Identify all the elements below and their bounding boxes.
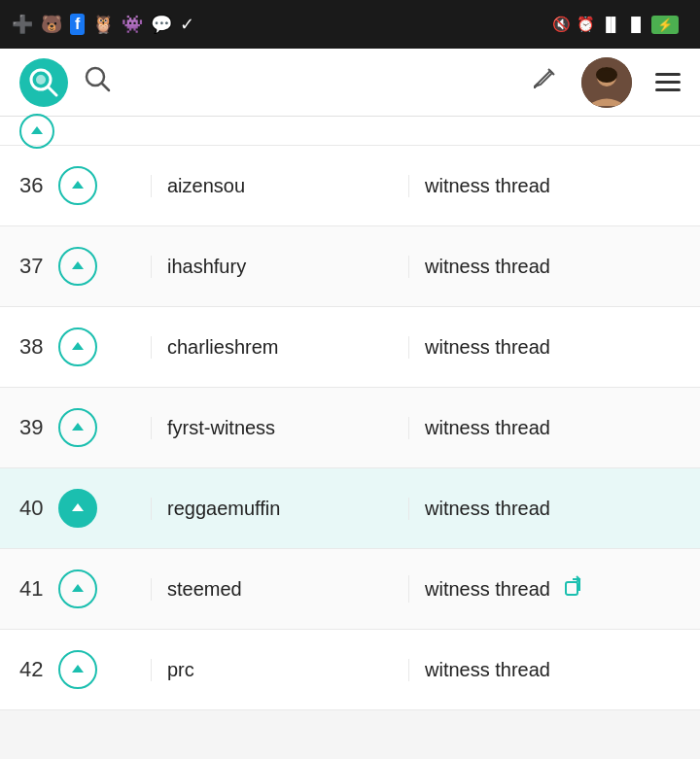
witness-name[interactable]: prc — [151, 659, 408, 681]
rank-number: 36 — [19, 173, 47, 198]
table-row: 38 charlieshremwitness thread — [0, 307, 700, 388]
messenger-icon: 💬 — [151, 14, 172, 35]
thread-cell: witness thread — [408, 659, 700, 681]
signal-icon-1: ▐▌ — [601, 17, 620, 32]
share-icon[interactable] — [564, 575, 585, 603]
thread-cell: witness thread — [408, 417, 700, 439]
rank-cell: 40 — [0, 489, 151, 528]
upvote-button[interactable] — [58, 166, 97, 205]
thread-label: witness thread — [425, 256, 550, 278]
status-right: 🔇 ⏰ ▐▌ ▐▌ ⚡ — [552, 16, 688, 34]
alarm-icon: ⏰ — [577, 16, 595, 33]
check-icon: ✓ — [180, 14, 194, 35]
upvote-button[interactable] — [58, 489, 97, 528]
status-bar: ➕ 🐻 f 🦉 👾 💬 ✓ 🔇 ⏰ ▐▌ ▐▌ ⚡ — [0, 0, 700, 49]
plus-icon: ➕ — [12, 14, 33, 35]
witness-table: 36 aizensouwitness thread37 ihashfurywit… — [0, 146, 700, 710]
thread-cell: witness thread — [408, 175, 700, 197]
upvote-button[interactable] — [58, 328, 97, 366]
battery-icon: ⚡ — [651, 16, 679, 34]
avatar[interactable] — [581, 57, 632, 108]
witness-name[interactable]: charlieshrem — [151, 336, 408, 359]
table-row: 39 fyrst-witnesswitness thread — [0, 388, 700, 468]
nav-left — [19, 58, 111, 107]
rank-cell: 42 — [0, 650, 151, 689]
witness-name[interactable]: steemed — [151, 578, 408, 601]
top-nav — [0, 49, 700, 117]
rank-number: 39 — [19, 415, 47, 440]
witness-name[interactable]: aizensou — [151, 175, 408, 197]
rank-cell: 38 — [0, 328, 151, 366]
hamburger-menu-icon[interactable] — [655, 73, 681, 91]
rank-cell: 37 — [0, 247, 151, 286]
rank-cell: 36 — [0, 166, 151, 205]
witness-name[interactable]: ihashfury — [151, 256, 408, 278]
status-icons: ➕ 🐻 f 🦉 👾 💬 ✓ — [12, 14, 194, 35]
thread-label: witness thread — [425, 498, 550, 520]
app-logo[interactable] — [19, 58, 68, 107]
rank-number: 41 — [19, 576, 47, 602]
thread-cell: witness thread — [408, 256, 700, 278]
table-row: 37 ihashfurywitness thread — [0, 226, 700, 307]
rank-cell: 39 — [0, 408, 151, 447]
witness-name[interactable]: reggaemuffin — [151, 498, 408, 520]
table-row: 36 aizensouwitness thread — [0, 146, 700, 226]
thread-label: witness thread — [425, 175, 550, 197]
rank-number: 42 — [19, 657, 47, 682]
discord-icon: 👾 — [122, 14, 143, 35]
partial-row — [0, 117, 700, 146]
partial-upvote-btn[interactable] — [19, 114, 54, 149]
upvote-button[interactable] — [58, 247, 97, 286]
rank-number: 38 — [19, 334, 47, 360]
uc-browser-icon: 🐻 — [41, 14, 62, 35]
facebook-icon: f — [70, 14, 85, 35]
upvote-button[interactable] — [58, 408, 97, 447]
thread-cell: witness thread — [408, 575, 700, 603]
rank-cell: 41 — [0, 569, 151, 608]
table-row: 41 steemedwitness thread — [0, 549, 700, 630]
nav-right — [531, 57, 681, 108]
hootsuite-icon: 🦉 — [92, 14, 114, 35]
mute-icon: 🔇 — [552, 16, 571, 33]
witness-name[interactable]: fyrst-witness — [151, 417, 408, 439]
upvote-button[interactable] — [58, 650, 97, 689]
thread-label: witness thread — [425, 417, 550, 439]
thread-cell: witness thread — [408, 498, 700, 520]
svg-line-3 — [102, 84, 109, 90]
thread-label: witness thread — [425, 578, 550, 601]
thread-label: witness thread — [425, 336, 550, 359]
signal-icon-2: ▐▌ — [626, 17, 646, 32]
table-row: 40 reggaemuffinwitness thread — [0, 468, 700, 549]
thread-label: witness thread — [425, 659, 550, 681]
svg-rect-7 — [566, 582, 578, 595]
search-icon[interactable] — [84, 65, 111, 99]
svg-point-1 — [36, 75, 46, 85]
rank-number: 37 — [19, 254, 47, 279]
thread-cell: witness thread — [408, 336, 700, 359]
upvote-button[interactable] — [58, 569, 97, 608]
edit-icon[interactable] — [531, 65, 558, 99]
rank-number: 40 — [19, 496, 47, 521]
table-row: 42 prcwitness thread — [0, 630, 700, 710]
